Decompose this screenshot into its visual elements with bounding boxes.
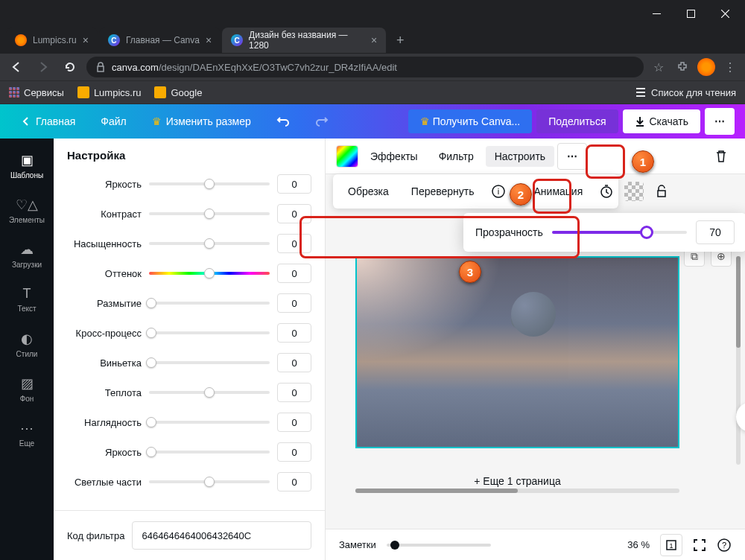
lock-button[interactable] (654, 182, 669, 201)
new-tab-button[interactable]: + (387, 33, 413, 48)
profile-button[interactable] (697, 58, 715, 76)
timing-button[interactable] (599, 182, 614, 201)
slider-thumb[interactable] (390, 541, 399, 550)
slider-value[interactable]: 0 (277, 174, 311, 194)
slider-track[interactable] (149, 391, 270, 394)
slider-track[interactable] (149, 302, 270, 305)
home-button[interactable]: Главная (10, 109, 86, 133)
tab-close-button[interactable]: × (83, 34, 89, 46)
slider-value[interactable]: 0 (277, 264, 311, 283)
window-minimize-button[interactable] (639, 0, 673, 27)
slider-value[interactable]: 0 (277, 442, 311, 462)
slider-value[interactable]: 0 (277, 472, 311, 491)
slider-thumb[interactable] (640, 226, 653, 239)
filter-code-input[interactable] (132, 521, 311, 550)
flip-button[interactable]: Перевернуть (405, 181, 481, 202)
slider-value[interactable]: 0 (277, 413, 311, 432)
slider-thumb[interactable] (146, 417, 156, 427)
slider-thumb[interactable] (204, 387, 215, 398)
sidenav-styles[interactable]: ◐Стили (0, 322, 54, 366)
delete-button[interactable] (708, 143, 735, 170)
slider-thumb[interactable] (146, 328, 156, 338)
slider-track[interactable] (149, 480, 270, 483)
slider-value[interactable]: 0 (277, 323, 311, 343)
window-maximize-button[interactable] (673, 0, 708, 27)
back-button[interactable] (6, 57, 27, 77)
appbar-more-button[interactable]: ⋯ (705, 108, 735, 135)
grid-view-button[interactable]: 1 (660, 534, 682, 556)
slider-track[interactable] (149, 451, 270, 454)
notes-button[interactable]: Заметки (339, 539, 376, 550)
slider-track[interactable] (149, 361, 270, 364)
download-button[interactable]: Скачать (623, 109, 701, 133)
share-button[interactable]: Поделиться (536, 109, 618, 133)
browser-tab[interactable]: Lumpics.ru × (6, 28, 98, 53)
reading-list-button[interactable]: Список для чтения (635, 86, 736, 98)
transparency-button[interactable] (624, 182, 644, 201)
slider-value[interactable]: 0 (277, 234, 311, 253)
slider-value[interactable]: 0 (277, 353, 311, 372)
info-button[interactable]: i (491, 182, 506, 201)
bookmark-lumpics[interactable]: Lumpics.ru (77, 86, 142, 98)
vertical-scrollbar[interactable] (736, 256, 741, 465)
context-more-button[interactable]: ⋯ (557, 143, 587, 170)
transparency-slider[interactable] (552, 231, 687, 234)
slider-thumb[interactable] (204, 179, 215, 189)
zoom-slider[interactable] (387, 544, 491, 547)
url-input[interactable]: canva.com/design/DAEnXEqhXxE/O3TwC7vh2zu… (86, 57, 644, 77)
slider-value[interactable]: 0 (277, 383, 311, 402)
browser-tab[interactable]: C Главная — Canva × (99, 28, 221, 53)
sidenav-background[interactable]: ▨Фон (0, 366, 54, 411)
slider-thumb[interactable] (146, 357, 156, 368)
scrollbar-thumb[interactable] (355, 489, 518, 493)
slider-track[interactable] (149, 421, 270, 424)
adjust-button[interactable]: Настроить (486, 146, 554, 167)
horizontal-scrollbar[interactable] (355, 489, 679, 493)
info-icon: i (491, 184, 506, 199)
slider-thumb[interactable] (204, 268, 215, 279)
sidenav-elements[interactable]: ♡△Элементы (0, 188, 54, 232)
slider-track[interactable] (149, 212, 270, 215)
bookmark-services[interactable]: Сервисы (9, 87, 64, 98)
slider-track[interactable] (149, 272, 270, 275)
browser-menu-button[interactable]: ⋮ (721, 58, 739, 76)
forward-button[interactable] (33, 57, 54, 77)
sidenav-text[interactable]: TТекст (0, 277, 54, 322)
slider-thumb[interactable] (204, 477, 215, 487)
filter-button[interactable]: Фильтр (430, 146, 483, 167)
redo-button[interactable] (305, 109, 339, 134)
slider-track[interactable] (149, 182, 270, 185)
slider-thumb[interactable] (146, 298, 156, 308)
tab-close-button[interactable]: × (371, 34, 377, 46)
bookmark-google[interactable]: Google (154, 86, 202, 98)
browser-tab-active[interactable]: C Дизайн без названия — 1280 × (222, 28, 386, 53)
help-button[interactable]: ? (717, 538, 732, 553)
slider-track[interactable] (149, 242, 270, 245)
slider-track[interactable] (149, 331, 270, 334)
reload-button[interactable] (60, 57, 80, 77)
slider-thumb[interactable] (146, 447, 156, 457)
undo-button[interactable] (266, 109, 300, 134)
canvas-page[interactable] (355, 256, 679, 448)
sidenav-uploads[interactable]: ☁Загрузки (0, 232, 54, 277)
get-pro-button[interactable]: ♛ Получить Canva... (408, 109, 532, 133)
effects-button[interactable]: Эффекты (361, 146, 427, 167)
extensions-button[interactable] (673, 58, 691, 76)
star-button[interactable]: ☆ (650, 58, 668, 76)
fullscreen-button[interactable] (693, 538, 706, 552)
window-close-button[interactable] (708, 0, 742, 27)
resize-button[interactable]: ♛Изменить размер (142, 109, 261, 133)
sidenav-more[interactable]: ⋯Еще (0, 411, 54, 456)
file-menu[interactable]: Файл (90, 109, 136, 133)
sidenav-templates[interactable]: ▣Шаблоны (0, 143, 54, 188)
slider-value[interactable]: 0 (277, 293, 311, 313)
transparency-value[interactable]: 70 (696, 220, 735, 244)
scrollbar-thumb[interactable] (736, 256, 741, 348)
color-picker-button[interactable] (336, 145, 358, 168)
tab-close-button[interactable]: × (206, 34, 212, 46)
slider-thumb[interactable] (204, 209, 215, 219)
url-path: /design/DAEnXEqhXxE/O3TwC7vh2zur_DR4zIfi… (159, 62, 397, 73)
slider-thumb[interactable] (204, 238, 215, 249)
crop-button[interactable]: Обрезка (342, 181, 395, 202)
slider-value[interactable]: 0 (277, 204, 311, 223)
